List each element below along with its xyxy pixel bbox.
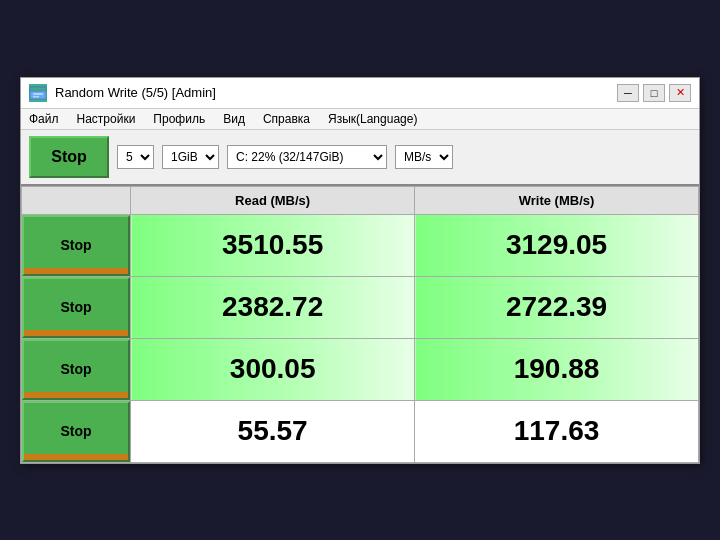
- stop-cell-2: Stop: [22, 338, 131, 400]
- menu-bar: Файл Настройки Профиль Вид Справка Язык(…: [21, 109, 699, 130]
- menu-settings[interactable]: Настройки: [77, 112, 136, 126]
- svg-rect-1: [30, 87, 46, 91]
- menu-view[interactable]: Вид: [223, 112, 245, 126]
- results-table-container: Read (MB/s) Write (MB/s) Stop3510.553129…: [21, 186, 699, 463]
- col-header-read: Read (MB/s): [131, 186, 415, 214]
- stop-button-3[interactable]: Stop: [22, 401, 130, 462]
- table-row: Stop2382.722722.39: [22, 276, 699, 338]
- window-controls: ─ □ ✕: [617, 84, 691, 102]
- table-row: Stop55.57117.63: [22, 400, 699, 462]
- table-row: Stop300.05190.88: [22, 338, 699, 400]
- size-select[interactable]: 1GiB: [162, 145, 219, 169]
- stop-cell-1: Stop: [22, 276, 131, 338]
- write-value-1: 2722.39: [415, 276, 699, 338]
- app-icon: [29, 84, 47, 102]
- minimize-button[interactable]: ─: [617, 84, 639, 102]
- stop-button-1[interactable]: Stop: [22, 277, 130, 338]
- close-button[interactable]: ✕: [669, 84, 691, 102]
- drive-select[interactable]: C: 22% (32/147GiB): [227, 145, 387, 169]
- unit-select[interactable]: MB/s: [395, 145, 453, 169]
- write-value-2: 190.88: [415, 338, 699, 400]
- menu-help[interactable]: Справка: [263, 112, 310, 126]
- read-value-3: 55.57: [131, 400, 415, 462]
- svg-rect-2: [33, 93, 43, 95]
- read-value-1: 2382.72: [131, 276, 415, 338]
- app-window: Random Write (5/5) [Admin] ─ □ ✕ Файл На…: [20, 77, 700, 464]
- window-title: Random Write (5/5) [Admin]: [55, 85, 609, 100]
- read-value-2: 300.05: [131, 338, 415, 400]
- col-header-write: Write (MB/s): [415, 186, 699, 214]
- menu-file[interactable]: Файл: [29, 112, 59, 126]
- table-row: Stop3510.553129.05: [22, 214, 699, 276]
- stop-button-0[interactable]: Stop: [22, 215, 130, 276]
- table-header-row: Read (MB/s) Write (MB/s): [22, 186, 699, 214]
- menu-language[interactable]: Язык(Language): [328, 112, 417, 126]
- maximize-button[interactable]: □: [643, 84, 665, 102]
- write-value-3: 117.63: [415, 400, 699, 462]
- count-select[interactable]: 5: [117, 145, 154, 169]
- read-value-0: 3510.55: [131, 214, 415, 276]
- write-value-0: 3129.05: [415, 214, 699, 276]
- stop-button-2[interactable]: Stop: [22, 339, 130, 400]
- col-header-action: [22, 186, 131, 214]
- menu-profile[interactable]: Профиль: [153, 112, 205, 126]
- stop-cell-3: Stop: [22, 400, 131, 462]
- stop-main-button[interactable]: Stop: [29, 136, 109, 178]
- svg-rect-3: [33, 96, 39, 98]
- results-table: Read (MB/s) Write (MB/s) Stop3510.553129…: [21, 186, 699, 463]
- stop-cell-0: Stop: [22, 214, 131, 276]
- title-bar: Random Write (5/5) [Admin] ─ □ ✕: [21, 78, 699, 109]
- toolbar: Stop 5 1GiB C: 22% (32/147GiB) MB/s: [21, 130, 699, 186]
